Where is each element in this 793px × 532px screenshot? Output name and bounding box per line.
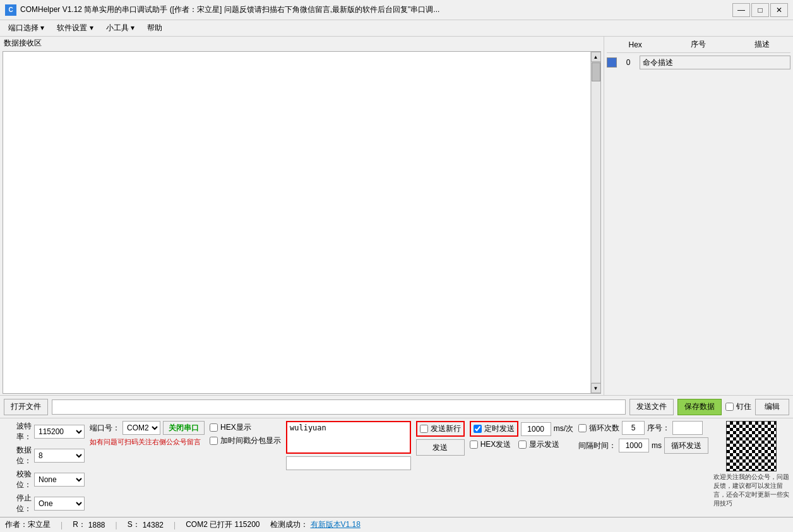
loop-send-button[interactable]: 循环发送 — [664, 437, 708, 454]
right-panel-header: Hex 序号 描述 — [607, 39, 790, 53]
detect-link[interactable]: 有新版本V1.18 — [311, 519, 361, 530]
scroll-up-arrow[interactable]: ▲ — [591, 52, 601, 62]
pin-label: 钉住 — [736, 401, 751, 412]
hex-display-label: HEX显示 — [220, 422, 251, 433]
loop-count-row: 循环次数 序号： — [578, 421, 708, 435]
timestamp-checkbox[interactable] — [210, 437, 218, 445]
serial-settings: 波特率： 115200 9600 57600 数据位： 8 7 校验位： Non… — [4, 421, 85, 514]
scroll-down-arrow[interactable]: ▼ — [591, 383, 601, 393]
maximize-button[interactable]: □ — [751, 3, 769, 17]
window-title: COMHelper V1.12 简单实用的串口调试助手 ([作者：宋立星] 问题… — [20, 4, 439, 15]
scroll-thumb[interactable] — [592, 62, 600, 81]
hex-send-label: HEX发送 — [480, 439, 511, 450]
r-value: 1888 — [88, 521, 105, 529]
cmd-hex-checkbox[interactable] — [607, 57, 617, 68]
edit-button[interactable]: 编辑 — [755, 399, 789, 415]
interval-row: 间隔时间： ms 循环发送 — [578, 437, 708, 454]
toolbar-file: 打开文件 发送文件 保存数据 钉住 编辑 — [0, 395, 793, 418]
pin-checkbox-area: 钉住 — [725, 401, 751, 412]
hex-send-checkbox[interactable] — [470, 440, 478, 449]
stopbit-row: 停止位： One Two — [4, 493, 85, 514]
close-button[interactable]: ✕ — [770, 3, 788, 17]
loop-count-label: 循环次数 — [589, 423, 619, 434]
stopbit-select[interactable]: One Two — [34, 497, 85, 511]
baud-select[interactable]: 115200 9600 57600 — [34, 425, 85, 439]
baud-label: 波特率： — [4, 421, 32, 442]
r-label: R： — [73, 519, 86, 530]
title-bar: C COMHelper V1.12 简单实用的串口调试助手 ([作者：宋立星] … — [0, 0, 793, 20]
menu-bar: 端口选择 ▾ 软件设置 ▾ 小工具 ▾ 帮助 — [0, 20, 793, 37]
s-label: S： — [128, 519, 140, 530]
loop-count-input[interactable] — [622, 421, 645, 435]
author-item: 作者：宋立星 — [5, 519, 51, 530]
col-hex: Hex — [607, 40, 664, 49]
open-file-button[interactable]: 打开文件 — [4, 399, 48, 415]
menu-small-tools[interactable]: 小工具 ▾ — [100, 21, 140, 35]
display-send-label: 显示发送 — [529, 439, 559, 450]
cmd-desc-button[interactable]: 命令描述 — [640, 56, 790, 69]
main-content: 数据接收区 ▲ ▼ Hex 序号 描述 0 命令描述 — [0, 37, 793, 395]
scroll-track[interactable] — [591, 62, 601, 383]
detect-item: 检测成功： 有新版本V1.18 — [270, 519, 361, 530]
port-select[interactable]: COM2 COM1 COM3 — [122, 421, 160, 435]
left-panel: 数据接收区 ▲ ▼ — [0, 37, 604, 395]
port-row: 端口号： COM2 COM1 COM3 关闭串口 — [90, 421, 205, 435]
timed-send-checkbox-container: 定时发送 — [470, 421, 518, 437]
close-port-button[interactable]: 关闭串口 — [163, 421, 205, 435]
s-value: 14382 — [143, 521, 164, 529]
cmd-seq-number: 0 — [619, 58, 637, 67]
port-status-text: COM2 已打开 115200 — [186, 519, 259, 530]
interval-label: 间隔时间： — [578, 440, 616, 451]
qr-code-area: 欢迎关注我的公众号，问题反馈，建议都可以发注留言，还会不定时更新一些实用技巧 — [713, 421, 789, 508]
databit-select[interactable]: 8 7 — [34, 449, 85, 463]
col-desc: 描述 — [734, 39, 790, 50]
hex-display-checkbox[interactable] — [210, 423, 218, 432]
author-text: 作者：宋立星 — [5, 519, 51, 530]
timed-send-checkbox[interactable] — [474, 425, 482, 433]
timed-send-row: 定时发送 ms/次 — [470, 421, 573, 437]
pin-checkbox[interactable] — [725, 403, 734, 411]
hex-send-display-row: HEX发送 显示发送 — [470, 439, 573, 450]
timed-ms-unit: ms/次 — [554, 423, 573, 434]
databit-row: 数据位： 8 7 — [4, 445, 85, 466]
baud-rate-row: 波特率： 115200 9600 57600 — [4, 421, 85, 442]
seq-label: 序号： — [647, 423, 670, 434]
timed-send-label: 定时发送 — [484, 423, 515, 434]
send-textarea[interactable]: wuliyuan — [286, 421, 411, 454]
col-seq: 序号 — [670, 39, 727, 50]
timestamp-label: 加时间戳分包显示 — [220, 435, 281, 446]
scrollbar[interactable]: ▲ ▼ — [590, 52, 600, 393]
port-settings: 端口号： COM2 COM1 COM3 关闭串口 如有问题可扫码关注右侧公众号留… — [90, 421, 205, 447]
port-status-item: COM2 已打开 115200 — [186, 519, 259, 530]
send-secondary-input[interactable] — [286, 456, 411, 470]
loop-count-checkbox[interactable] — [578, 424, 587, 432]
send-newline-checkbox[interactable] — [420, 425, 428, 433]
minimize-button[interactable]: — — [732, 3, 750, 17]
receive-area[interactable]: ▲ ▼ — [3, 51, 601, 394]
send-area-container: wuliyuan — [286, 421, 411, 470]
seq-input[interactable] — [672, 421, 703, 435]
file-path-input[interactable] — [52, 399, 626, 415]
checkbit-select[interactable]: None Odd Even — [34, 473, 85, 487]
title-bar-controls: — □ ✕ — [732, 3, 788, 17]
timed-ms-input[interactable] — [521, 422, 551, 436]
interval-input[interactable] — [619, 439, 649, 452]
menu-port-select[interactable]: 端口选择 ▾ — [3, 21, 50, 35]
right-panel: Hex 序号 描述 0 命令描述 — [604, 37, 793, 395]
sep3: | — [174, 521, 176, 529]
status-bar: 作者：宋立星 | R： 1888 | S： 14382 | COM2 已打开 1… — [0, 517, 793, 532]
display-send-checkbox[interactable] — [518, 440, 527, 449]
r-item: R： 1888 — [73, 519, 105, 530]
menu-help[interactable]: 帮助 — [141, 21, 168, 35]
menu-software-settings[interactable]: 软件设置 ▾ — [51, 21, 98, 35]
send-file-button[interactable]: 发送文件 — [629, 399, 674, 415]
app-icon: C — [5, 4, 16, 16]
timed-send-area: 定时发送 ms/次 HEX发送 显示发送 — [470, 421, 573, 450]
qr-code-image — [726, 421, 777, 471]
save-data-button[interactable]: 保存数据 — [677, 399, 722, 415]
send-button[interactable]: 发送 — [416, 439, 465, 456]
timestamp-row: 加时间戳分包显示 — [210, 435, 281, 446]
s-item: S： 14382 — [128, 519, 164, 530]
send-newline-row: 发送新行 — [416, 421, 465, 437]
qr-hint: 如有问题可扫码关注右侧公众号留言 — [90, 437, 205, 447]
